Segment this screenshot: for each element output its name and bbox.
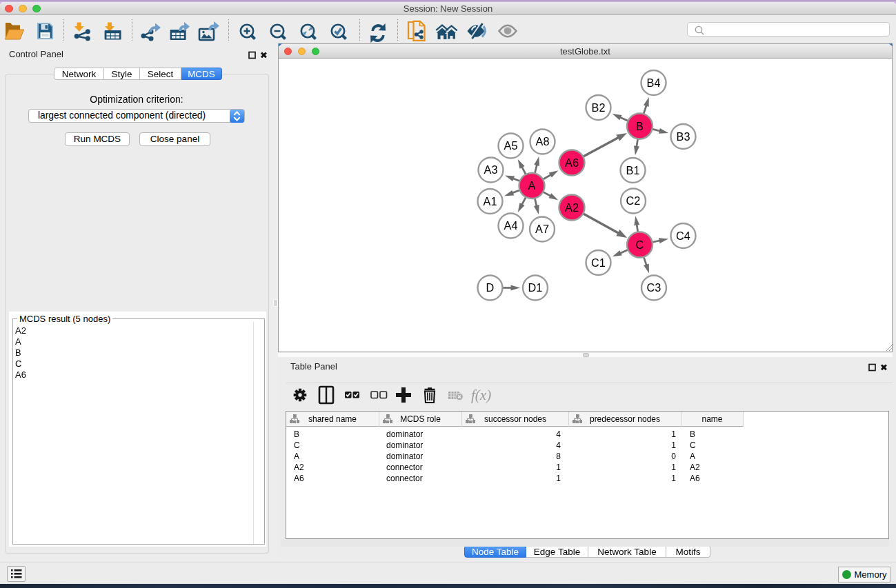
svg-text:C3: C3: [647, 281, 661, 294]
svg-text:A8: A8: [536, 135, 550, 148]
svg-text:D1: D1: [528, 281, 543, 294]
svg-text:A7: A7: [535, 223, 549, 235]
svg-text:A4: A4: [504, 219, 518, 232]
svg-text:D: D: [486, 281, 495, 294]
svg-text:A1: A1: [484, 195, 497, 207]
svg-text:B1: B1: [626, 164, 640, 176]
svg-text:A6: A6: [565, 156, 579, 169]
svg-text:A: A: [528, 179, 536, 192]
svg-text:B2: B2: [592, 101, 606, 114]
svg-text:C4: C4: [676, 230, 690, 242]
svg-text:B4: B4: [647, 77, 661, 89]
svg-text:f(x): f(x): [471, 387, 491, 403]
svg-text:C2: C2: [626, 194, 641, 207]
svg-text:B: B: [636, 120, 644, 132]
svg-text:A3: A3: [484, 163, 498, 176]
svg-text:C1: C1: [591, 256, 606, 269]
svg-text:C: C: [636, 239, 644, 251]
svg-text:B3: B3: [677, 130, 690, 143]
svg-text:A2: A2: [565, 201, 579, 214]
svg-text:A5: A5: [504, 139, 518, 152]
